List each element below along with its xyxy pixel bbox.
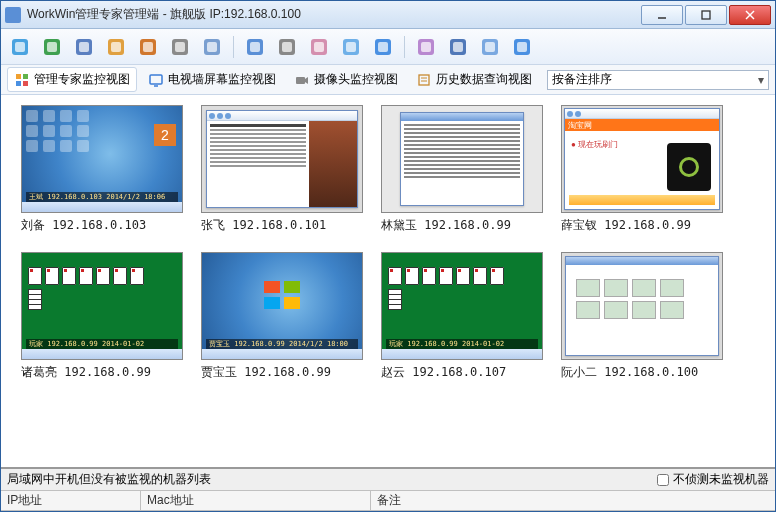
svg-rect-9 [79,42,89,52]
tv-icon [148,72,164,88]
close-button[interactable] [729,5,771,25]
main-toolbar [1,29,775,65]
svg-rect-5 [15,42,25,52]
svg-rect-7 [47,42,57,52]
no-detect-checkbox[interactable]: 不侦测未监视机器 [657,471,769,488]
printer-icon[interactable] [274,34,300,60]
client-screen[interactable] [201,105,363,213]
client-screen[interactable]: 淘宝网● 现在玩刷门 [561,105,723,213]
client-thumbnail[interactable]: 玩家 192.168.0.99 2014-01-02诸葛亮 192.168.0.… [21,252,183,381]
transfer-icon[interactable] [370,34,396,60]
mail-icon[interactable] [306,34,332,60]
view-tabs: 管理专家监控视图 电视墙屏幕监控视图 摄像头监控视图 历史数据查询视图 按备注排… [1,65,775,95]
svg-rect-33 [485,42,495,52]
col-ip[interactable]: IP地址 [1,491,141,510]
svg-rect-17 [207,42,217,52]
maximize-button[interactable] [685,5,727,25]
toolbar-separator [233,36,234,58]
client-caption: 张飞 192.168.0.101 [201,217,326,234]
client-thumbnail[interactable]: 淘宝网● 现在玩刷门薛宝钗 192.168.0.99 [561,105,723,234]
client-screen[interactable]: 玩家 192.168.0.99 2014-01-02 [381,252,543,360]
tab-admin-monitor[interactable]: 管理专家监控视图 [7,67,137,92]
client-screen[interactable]: 2王斌 192.168.0.103 2014/1/2 18:06 [21,105,183,213]
svg-rect-19 [250,42,260,52]
bottom-table-header: IP地址 Mac地址 备注 [1,491,775,511]
tab-history[interactable]: 历史数据查询视图 [409,67,539,92]
client-screen[interactable]: 贾宝玉 192.168.0.99 2014/1/2 18:00 [201,252,363,360]
content-area: 2王斌 192.168.0.103 2014/1/2 18:06刘备 192.1… [1,95,775,467]
client-caption: 诸葛亮 192.168.0.99 [21,364,151,381]
svg-rect-29 [421,42,431,52]
svg-rect-23 [314,42,324,52]
svg-rect-1 [702,11,710,19]
bottom-panel: 局域网中开机但没有被监视的机器列表 不侦测未监视机器 IP地址 Mac地址 备注 [1,467,775,511]
svg-rect-35 [517,42,527,52]
svg-rect-21 [282,42,292,52]
client-thumbnail[interactable]: 贾宝玉 192.168.0.99 2014/1/2 18:00贾宝玉 192.1… [201,252,363,381]
bottom-panel-title: 局域网中开机但没有被监视的机器列表 [7,471,657,488]
col-note[interactable]: 备注 [371,491,775,510]
client-caption: 赵云 192.168.0.107 [381,364,506,381]
toolbar-separator [404,36,405,58]
help-icon[interactable] [509,34,535,60]
client-screen[interactable] [561,252,723,360]
pencil-icon[interactable] [135,34,161,60]
client-caption: 阮小二 192.168.0.100 [561,364,698,381]
screens-icon[interactable] [7,34,33,60]
svg-rect-31 [453,42,463,52]
client-caption: 薛宝钗 192.168.0.99 [561,217,691,234]
users-icon[interactable] [103,34,129,60]
svg-marker-43 [305,77,308,84]
display-icon[interactable] [242,34,268,60]
tab-label: 摄像头监控视图 [314,71,398,88]
app-icon [5,7,21,23]
clipboard-icon[interactable] [199,34,225,60]
client-thumbnail[interactable]: 阮小二 192.168.0.100 [561,252,723,381]
camera-icon [294,72,310,88]
history-icon [416,72,432,88]
svg-rect-39 [23,81,28,86]
client-screen[interactable]: 玩家 192.168.0.99 2014-01-02 [21,252,183,360]
svg-rect-13 [143,42,153,52]
svg-rect-37 [23,74,28,79]
pointer-icon[interactable] [167,34,193,60]
no-detect-check-input[interactable] [657,474,669,486]
grid-icon [14,72,30,88]
svg-rect-44 [419,75,429,85]
no-detect-label: 不侦测未监视机器 [673,471,769,488]
client-caption: 刘备 192.168.0.103 [21,217,146,234]
col-mac[interactable]: Mac地址 [141,491,371,510]
client-caption: 贾宝玉 192.168.0.99 [201,364,331,381]
id-card-icon[interactable] [477,34,503,60]
globe-icon[interactable] [39,34,65,60]
client-thumbnail[interactable]: 2王斌 192.168.0.103 2014/1/2 18:06刘备 192.1… [21,105,183,234]
svg-rect-15 [175,42,185,52]
tab-label: 电视墙屏幕监控视图 [168,71,276,88]
client-thumbnail[interactable]: 林黛玉 192.168.0.99 [381,105,543,234]
tab-label: 历史数据查询视图 [436,71,532,88]
sort-dropdown[interactable]: 按备注排序 [547,70,769,90]
client-thumbnail[interactable]: 玩家 192.168.0.99 2014-01-02赵云 192.168.0.1… [381,252,543,381]
svg-rect-36 [16,74,21,79]
search-icon[interactable] [338,34,364,60]
sort-label: 按备注排序 [552,71,612,88]
minimize-button[interactable] [641,5,683,25]
tab-tv-wall[interactable]: 电视墙屏幕监控视图 [141,67,283,92]
monitor-icon[interactable] [71,34,97,60]
svg-rect-40 [150,75,162,84]
tab-camera[interactable]: 摄像头监控视图 [287,67,405,92]
tab-label: 管理专家监控视图 [34,71,130,88]
client-screen[interactable] [381,105,543,213]
thumbnail-grid: 2王斌 192.168.0.103 2014/1/2 18:06刘备 192.1… [21,105,755,381]
app-window: WorkWin管理专家管理端 - 旗舰版 IP:192.168.0.100 管理… [0,0,776,512]
svg-rect-11 [111,42,121,52]
svg-rect-38 [16,81,21,86]
svg-rect-25 [346,42,356,52]
client-caption: 林黛玉 192.168.0.99 [381,217,511,234]
disc-icon[interactable] [413,34,439,60]
bottom-panel-header: 局域网中开机但没有被监视的机器列表 不侦测未监视机器 [1,469,775,491]
svg-rect-42 [296,77,305,84]
titlebar: WorkWin管理专家管理端 - 旗舰版 IP:192.168.0.100 [1,1,775,29]
address-book-icon[interactable] [445,34,471,60]
client-thumbnail[interactable]: 张飞 192.168.0.101 [201,105,363,234]
